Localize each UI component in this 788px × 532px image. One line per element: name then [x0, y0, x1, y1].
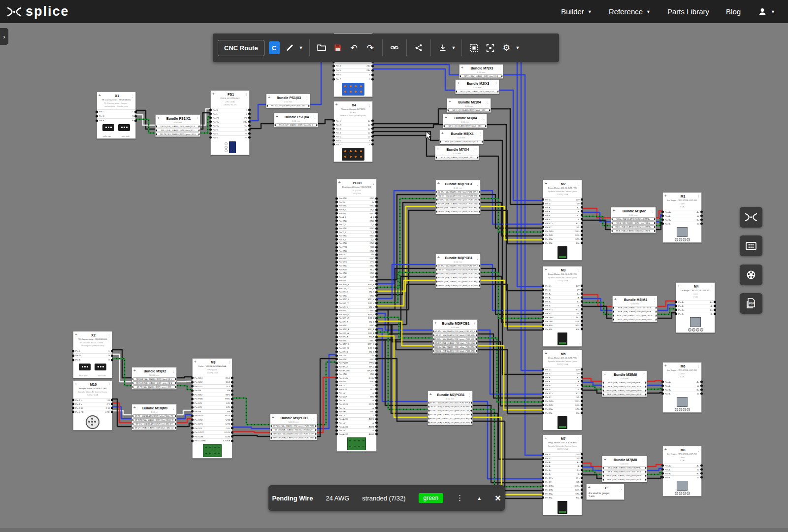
pin-row[interactable]: Pin EN_AEN_A [337, 334, 376, 338]
wire-black[interactable] [478, 334, 543, 398]
pin-row[interactable]: Pin PEPE [211, 116, 249, 120]
wire-color-badge[interactable]: green [419, 493, 444, 503]
part-m1[interactable]: +M1⋮Lin Engin... WO-5718L-01P-RO| wireV … [662, 192, 702, 243]
pin-row[interactable]: Pin DIR+DIR+ [543, 484, 582, 488]
bundle-wire-row[interactable]: M2 EN+ | N/A | 24 AWG | 7/32 | yellow | … [436, 206, 480, 209]
pin-row[interactable]: Pin PRBPRB [337, 245, 376, 249]
pin-row[interactable]: Pin B-B- [543, 303, 582, 307]
part-pcb1[interactable]: +PCB1⋮Brookwood Design T41U5XBB4L | PCB5… [336, 179, 377, 452]
collapse-caret-icon[interactable]: ▲ [477, 496, 482, 501]
pin-row[interactable]: Pin BP_2BP_2 [337, 365, 376, 368]
splice-logo[interactable]: splice [7, 5, 69, 18]
pin-row[interactable]: Pin A-A- [543, 209, 582, 213]
wire-green[interactable] [582, 471, 602, 474]
pin-row[interactable]: Pin EN+EN+ [543, 323, 582, 327]
pdf-export-tool-button[interactable]: PDF [740, 293, 762, 314]
bundle-b-m9-x2[interactable]: +Bundle M9|X2⋮500.00 mmM9 R/L1 | N/A | 1… [131, 367, 177, 390]
pin-row[interactable]: Pin A+A+ [663, 380, 701, 384]
pin-row[interactable]: Pin ST-ST- [543, 480, 582, 484]
pin-row[interactable]: Pin HLTHLT [337, 275, 376, 279]
wire-black[interactable] [232, 435, 270, 436]
pin-row[interactable]: Pin LL [73, 349, 112, 353]
pin-row[interactable]: Pin GNDGND [337, 204, 376, 208]
pin-row[interactable]: Pin DIR-DIR- [543, 319, 582, 323]
bundle-wire-row[interactable]: M1 A+ | N/A | 20 AWG | 10/30 | red | M2 … [611, 217, 656, 221]
pin-row[interactable]: Pin 12V12V [337, 353, 376, 357]
wire-yellow[interactable] [481, 206, 543, 240]
kebab-icon[interactable]: ⋮ [479, 132, 482, 135]
pin-row[interactable]: Pin 2 V2 V [73, 402, 112, 406]
part-x2[interactable]: +X2⋮TE Connectivity... RE0SSS000P| Chass… [73, 331, 112, 378]
bundle-wire-row[interactable]: M1 B+ | N/A | 20 AWG | 10/30 | green | M… [611, 225, 656, 229]
pin-row[interactable]: Pin ST+ST+ [543, 221, 582, 225]
download-button[interactable] [437, 40, 449, 55]
pin-row[interactable]: Pin CYCCYC [337, 260, 376, 264]
wire-red[interactable] [582, 378, 602, 381]
bundle-wire-row[interactable]: M5 DIR+ | N/A | 24 AWG | 7/32 | green | … [433, 337, 477, 341]
pin-row[interactable]: Pin V+V+ [211, 124, 249, 128]
settings-button[interactable]: ⚙ [500, 40, 512, 55]
wire-black[interactable] [318, 120, 333, 124]
part-ps1[interactable]: +PS1⋮PULS, LP CP10.24124V | 10A240W | 95… [210, 90, 250, 155]
kebab-icon[interactable]: ⋮ [486, 100, 489, 104]
part-m8[interactable]: +M8⋮Lin Engin... WO-5718L-01P-RO| wireV … [662, 446, 702, 497]
pin-row[interactable]: Pin B+B+ [543, 383, 582, 387]
pin-row[interactable]: Pin EN+EN+ [543, 237, 582, 241]
pin-row[interactable]: Pin B+B+ [543, 468, 582, 472]
pin-row[interactable]: Pin MX7MX7 [337, 395, 376, 399]
kebab-icon[interactable]: ⋮ [697, 448, 700, 452]
pin-row[interactable]: Pin GNDGND [337, 219, 376, 223]
move-icon[interactable]: + [75, 382, 79, 386]
pin-row[interactable]: Pin STP_BSTP_B [337, 342, 376, 346]
bundle-wire-row[interactable]: M9 R/L1 | N/A | 16 AWG | 19/29 | black |… [132, 377, 176, 381]
wire-black[interactable] [481, 210, 543, 244]
bundle-wire-row[interactable]: PS1 L | N-S | 16 AWG | 19/29 | black | X… [156, 129, 200, 132]
pin-row[interactable]: Pin DIR-DIR- [543, 403, 582, 407]
pin-row[interactable]: Pin 24V24V [193, 401, 232, 405]
bundle-wire-row[interactable]: PS1 V- | 0V | 16 AWG | 19/29 | black | X… [274, 123, 318, 127]
bundle-wire-row[interactable]: M5 EN+ | N/A | 24 AWG | 7/32 | yellow | … [433, 345, 477, 349]
pin-row[interactable]: Pin LL [97, 109, 135, 114]
wire-black[interactable] [582, 306, 612, 318]
move-icon[interactable]: + [604, 372, 608, 376]
pin-row[interactable]: Pin GNDGND [337, 324, 376, 328]
pin-row[interactable]: Pin B+B+ [663, 218, 701, 222]
part-m3[interactable]: +M3⋮Dings Motion DS-OL-S23-FPDSpindle Mo… [543, 266, 582, 347]
pin-row[interactable]: Pin FLDFLD [337, 387, 376, 391]
bundle-wire-row[interactable]: M3 V- | 0V | 16 AWG | 19/29 | black | X4… [443, 124, 487, 128]
part-x4[interactable]: +X4⋮Phoenix Contact 2273870PTFIXterminal… [333, 101, 373, 162]
wire-black[interactable] [481, 268, 543, 314]
move-icon[interactable]: + [613, 209, 617, 213]
kebab-icon[interactable]: ⋮ [498, 66, 501, 70]
pin-row[interactable]: Pin A-A- [663, 467, 701, 471]
pin-row[interactable]: Pin A+A+ [676, 300, 715, 304]
pin-row[interactable]: Pin B_LB_L [337, 207, 376, 211]
kebab-icon[interactable]: ⋮ [577, 437, 580, 440]
pin-row[interactable]: Pin U/T1U/T1 [193, 422, 232, 426]
pin-row[interactable]: Pin V-0V [211, 128, 249, 132]
kebab-icon[interactable]: ⋮ [131, 94, 134, 98]
bundle-wire-row[interactable]: M9 FWD | N/A | 24 AWG | 7/32 | green | P… [270, 424, 317, 428]
bundle-b-m5-x4[interactable]: +Bundle M5|X4⋮0.00 mmM5 V- | 0V | 16 AWG… [439, 130, 484, 144]
bundle-wire-row[interactable]: M8 B+ | N/A | 20 AWG | 10/30 | green | M… [602, 474, 647, 477]
bundle-b-m5-m6[interactable]: +Bundle M5|M6⋮0.00 mmM6 A+ | N/A | 20 AW… [602, 370, 647, 397]
part-m4[interactable]: +M4⋮Lin Engin... WO-5718L-01P-RO| wireV … [676, 282, 715, 333]
nav-reference[interactable]: Reference▼ [609, 7, 651, 16]
move-icon[interactable]: + [133, 406, 138, 410]
pin-row[interactable]: Pin 77 [334, 142, 372, 146]
bundle-wire-row[interactable]: M3 EN+ | N/A | 24 AWG | 7/32 | yellow | … [436, 280, 480, 283]
bundle-wire-row[interactable]: M9 PE | N/A | 16 AWG | 19/29 | green | X… [132, 385, 176, 389]
pin-row[interactable]: Pin R/L1R/L1 [193, 376, 232, 380]
pin-row[interactable]: Pin GNDGND [337, 380, 376, 384]
bundle-wire-row[interactable]: M9 COM | N/A | 24 AWG | 7/32 | black | P… [270, 436, 317, 439]
move-icon[interactable]: + [545, 182, 549, 186]
pin-row[interactable]: Pin T/L3T/L3 [193, 384, 232, 389]
bundle-b-m3-pcb1[interactable]: +Bundle M3|PCB1⋮0.00 mmM3 ST+ | N/A | 24… [435, 254, 481, 288]
bundle-b-ps1-x1[interactable]: +Bundle PS1|X1⋮0.00 mmPS1 N | N-S | 16 A… [155, 114, 200, 137]
kebab-icon[interactable]: ⋮ [651, 209, 654, 213]
move-icon[interactable]: + [437, 147, 441, 151]
pin-row[interactable]: Pin STP_ASTP_A [337, 327, 376, 331]
bundle-wire-row[interactable]: M7 V- | 0V | 16 AWG | 19/29 | black | X4… [435, 156, 479, 159]
pin-row[interactable]: Pin A-A- [663, 214, 701, 218]
undo-button[interactable]: ↶ [348, 40, 360, 55]
